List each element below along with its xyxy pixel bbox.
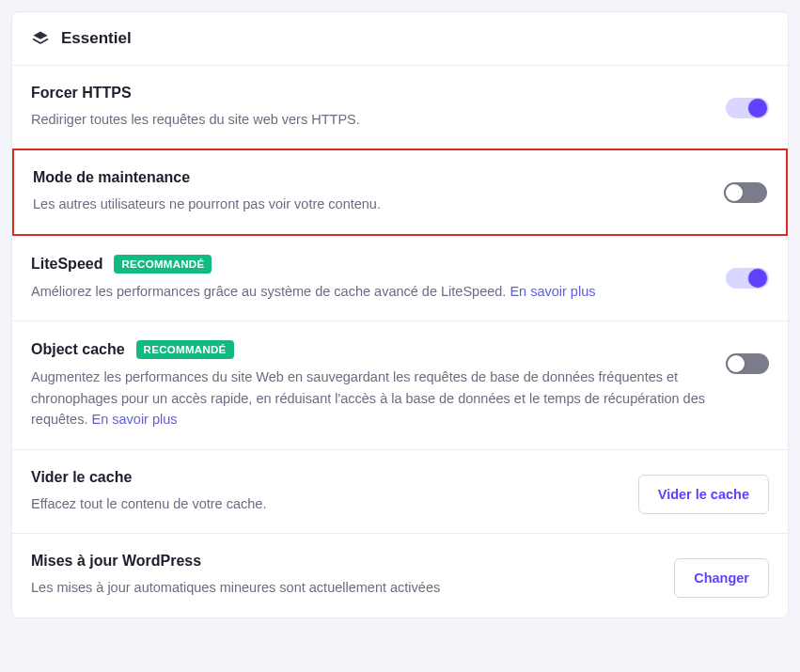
object-cache-desc: Augmentez les performances du site Web e… (31, 367, 707, 430)
maintenance-desc: Les autres utilisateurs ne pourront pas … (33, 194, 705, 214)
maintenance-toggle[interactable] (724, 182, 767, 203)
maintenance-heading: Mode de maintenance (33, 169, 190, 186)
wp-updates-change-button[interactable]: Changer (674, 558, 769, 598)
card-title: Essentiel (61, 29, 132, 48)
object-cache-heading: Object cache (31, 341, 125, 358)
litespeed-desc: Améliorez les performances grâce au syst… (31, 281, 707, 302)
section-wp-updates: Mises à jour WordPress Les mises à jour … (12, 534, 788, 617)
litespeed-heading: LiteSpeed (31, 256, 102, 273)
layers-icon (31, 29, 50, 48)
force-https-toggle[interactable] (726, 98, 769, 118)
section-clear-cache: Vider le cache Effacez tout le contenu d… (12, 450, 788, 534)
object-cache-toggle[interactable] (726, 353, 769, 374)
card-header: Essentiel (12, 12, 788, 66)
object-cache-badge: RECOMMANDÉ (136, 340, 234, 359)
essentials-card: Essentiel Forcer HTTPS Rediriger toutes … (11, 11, 789, 618)
clear-cache-heading: Vider le cache (31, 469, 132, 486)
force-https-desc: Rediriger toutes les requêtes du site we… (31, 109, 707, 130)
section-force-https: Forcer HTTPS Rediriger toutes les requêt… (12, 66, 788, 149)
wp-updates-heading: Mises à jour WordPress (31, 553, 201, 570)
litespeed-badge: RECOMMANDÉ (114, 255, 212, 273)
litespeed-learn-more-link[interactable]: En savoir plus (510, 284, 595, 299)
force-https-heading: Forcer HTTPS (31, 85, 132, 102)
clear-cache-button[interactable]: Vider le cache (638, 475, 769, 514)
section-maintenance-mode: Mode de maintenance Les autres utilisate… (12, 148, 788, 235)
litespeed-toggle[interactable] (726, 268, 769, 289)
object-cache-learn-more-link[interactable]: En savoir plus (92, 412, 178, 427)
section-object-cache: Object cache RECOMMANDÉ Augmentez les pe… (12, 321, 788, 449)
wp-updates-desc: Les mises à jour automatiques mineures s… (31, 577, 655, 598)
section-litespeed: LiteSpeed RECOMMANDÉ Améliorez les perfo… (12, 236, 788, 321)
clear-cache-desc: Effacez tout le contenu de votre cache. (31, 493, 620, 514)
